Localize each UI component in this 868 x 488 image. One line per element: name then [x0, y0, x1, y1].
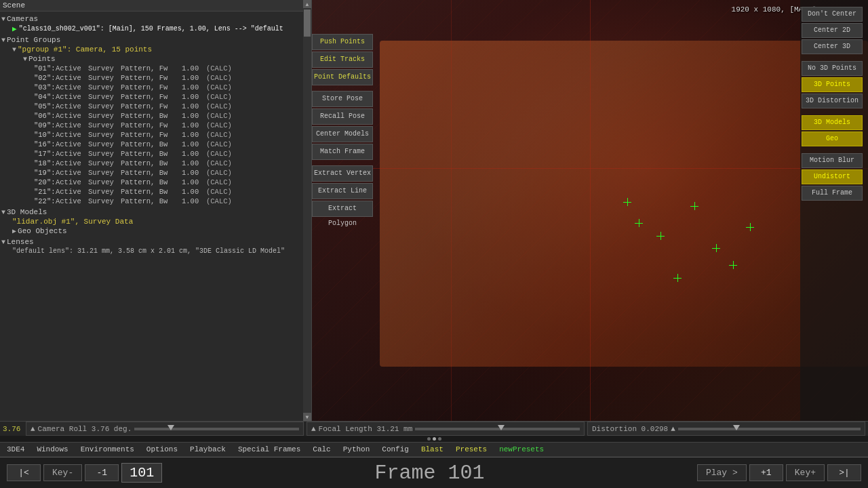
- distortion-segment[interactable]: Distortion 0.0298 ▲: [587, 422, 865, 436]
- viewport-area: 1920 x 1080, [MAIN], 31.21 mm Push Point…: [312, 0, 868, 421]
- point-row: "03": Active Survey Pattern, Fw 1.00 (CA…: [1, 83, 302, 92]
- recall-pose-btn[interactable]: Recall Pose: [312, 108, 373, 125]
- menu-options[interactable]: Options: [141, 444, 183, 455]
- tracking-marker-5: [712, 244, 720, 252]
- dont-center-btn[interactable]: Don't Center: [802, 7, 863, 22]
- pgroup-item[interactable]: ▼ "pgroup #1": Camera, 15 points: [1, 45, 302, 54]
- lidar-item[interactable]: "lidar.obj #1", Survey Data: [1, 217, 302, 226]
- geo-arrow[interactable]: ▶: [12, 227, 16, 235]
- extract-line-btn[interactable]: Extract Line: [312, 183, 373, 199]
- distortion-3d-btn[interactable]: 3D Distortion: [802, 94, 863, 108]
- menu-playback[interactable]: Playback: [184, 444, 231, 455]
- focal-length-segment[interactable]: ▲ Focal Length 31.21 mm: [307, 422, 585, 436]
- menu-3de4[interactable]: 3DE4: [1, 444, 30, 455]
- transport-left: |< Key- -1 101: [7, 463, 162, 483]
- distortion-triangle: ▲: [671, 425, 675, 433]
- camera-roll-slider[interactable]: [134, 428, 299, 430]
- extract-vertex-btn[interactable]: Extract Vertex: [312, 165, 373, 182]
- menu-presets[interactable]: Presets: [450, 444, 492, 455]
- camera-roll-thumb[interactable]: [167, 425, 174, 430]
- menu-new-presets[interactable]: newPresets: [494, 444, 549, 455]
- point-row: "06": Active Survey Pattern, Bw 1.00 (CA…: [1, 111, 302, 121]
- scroll-up[interactable]: ▲: [303, 0, 311, 8]
- point-row: "09": Active Survey Pattern, Fw 1.00 (CA…: [1, 121, 302, 130]
- distortion-slider[interactable]: [678, 428, 861, 430]
- geo-objects-item[interactable]: ▶ Geo Objects: [1, 226, 302, 236]
- transport-center: Frame 101: [375, 462, 485, 485]
- cameras-arrow[interactable]: ▼: [1, 16, 5, 23]
- point-row: "20": Active Survey Pattern, Bw 1.00 (CA…: [1, 178, 302, 187]
- center-2d-btn[interactable]: Center 2D: [802, 23, 863, 38]
- active-camera-label: "class10_sh002_v001": [Main], 150 Frames…: [19, 25, 283, 33]
- match-frame-btn[interactable]: Match Frame: [312, 144, 373, 160]
- active-camera-item[interactable]: ▶ "class10_sh002_v001": [Main], 150 Fram…: [1, 24, 302, 34]
- menu-special-frames[interactable]: Special Frames: [233, 444, 306, 455]
- full-frame-btn[interactable]: Full Frame: [802, 186, 863, 201]
- distortion-label: Distortion 0.0298: [592, 425, 668, 433]
- default-lens-label: "default lens": 31.21 mm, 3.58 cm x 2.01…: [12, 247, 285, 255]
- distortion-thumb[interactable]: [733, 425, 740, 430]
- point-row: "05": Active Survey Pattern, Fw 1.00 (CA…: [1, 102, 302, 111]
- edit-tracks-btn[interactable]: Edit Tracks: [312, 52, 373, 68]
- scroll-down[interactable]: ▼: [303, 413, 311, 421]
- menu-blast[interactable]: Blast: [416, 444, 449, 455]
- menu-config[interactable]: Config: [376, 444, 414, 455]
- lidar-label: "lidar.obj #1", Survey Data: [12, 218, 133, 226]
- center-3d-btn[interactable]: Center 3D: [802, 39, 863, 54]
- points-list: "01": Active Survey Pattern, Fw 1.00 (CA…: [1, 64, 302, 206]
- no-3d-points-btn[interactable]: No 3D Points: [802, 61, 863, 76]
- menu-calc[interactable]: Calc: [307, 444, 336, 455]
- tracking-marker-8: [673, 274, 682, 282]
- lenses-arrow[interactable]: ▼: [1, 239, 5, 246]
- status-bar: 3.76 ▲ Camera Roll 3.76 deg. ▲ Focal Len…: [0, 421, 868, 436]
- undistort-btn[interactable]: Undistort: [802, 169, 863, 184]
- center-models-btn[interactable]: Center Models: [312, 126, 373, 142]
- models-3d-btn[interactable]: 3D Models: [802, 115, 863, 130]
- focal-length-slider[interactable]: [415, 428, 580, 430]
- dots-indicator: [0, 436, 868, 442]
- frame-box[interactable]: 101: [121, 463, 162, 483]
- motion-blur-btn[interactable]: Motion Blur: [802, 153, 863, 168]
- push-points-btn[interactable]: Push Points: [312, 34, 373, 50]
- left-toolbar: Push Points Edit Tracks Point Defaults S…: [312, 34, 373, 217]
- points-arrow[interactable]: ▼: [23, 56, 27, 63]
- pgroup-arrow[interactable]: ▼: [1, 37, 5, 44]
- default-lens-item[interactable]: "default lens": 31.21 mm, 3.58 cm x 2.01…: [1, 247, 302, 256]
- play-fwd-btn[interactable]: Play >: [697, 464, 747, 481]
- point-defaults-btn[interactable]: Point Defaults: [312, 69, 373, 85]
- key-next-btn[interactable]: Key+: [786, 464, 825, 481]
- point-groups-section: ▼ Point Groups: [1, 35, 302, 45]
- panel-scrollbar[interactable]: ▲ ▼: [303, 0, 311, 421]
- point-row: "16": Active Survey Pattern, Bw 1.00 (CA…: [1, 140, 302, 149]
- end-btn[interactable]: >|: [827, 464, 861, 481]
- lenses-label: Lenses: [7, 238, 34, 246]
- scroll-thumb[interactable]: [304, 9, 311, 37]
- models-section: ▼ 3D Models: [1, 207, 302, 217]
- point-row: "17": Active Survey Pattern, Bw 1.00 (CA…: [1, 149, 302, 159]
- menu-python[interactable]: Python: [338, 444, 376, 455]
- red-overlay: [312, 0, 868, 421]
- extract-polygon-btn[interactable]: Extract Polygon: [312, 201, 373, 217]
- models-arrow[interactable]: ▼: [1, 209, 5, 216]
- start-btn[interactable]: |<: [7, 464, 41, 481]
- tracking-marker-6: [729, 261, 737, 269]
- store-pose-btn[interactable]: Store Pose: [312, 91, 373, 107]
- menu-windows[interactable]: Windows: [31, 444, 73, 455]
- tracking-marker-7: [746, 223, 754, 231]
- points-3d-btn[interactable]: 3D Points: [802, 77, 863, 92]
- menu-environments[interactable]: Environments: [75, 444, 140, 455]
- point-row: "21": Active Survey Pattern, Bw 1.00 (CA…: [1, 187, 302, 197]
- pgroup-sub-arrow[interactable]: ▼: [12, 46, 16, 54]
- points-subsection: ▼ Points: [1, 54, 302, 64]
- dot-2: [433, 437, 436, 441]
- frame-back-btn[interactable]: -1: [85, 464, 119, 481]
- focal-length-thumb[interactable]: [498, 425, 505, 430]
- camera-roll-label: Camera Roll 3.76 deg.: [38, 425, 132, 433]
- dot-3: [438, 437, 441, 441]
- scene-title: Scene: [3, 1, 25, 9]
- geo-btn[interactable]: Geo: [802, 131, 863, 146]
- point-row: "19": Active Survey Pattern, Bw 1.00 (CA…: [1, 168, 302, 178]
- key-prev-btn[interactable]: Key-: [43, 464, 82, 481]
- frame-fwd-btn[interactable]: +1: [749, 464, 783, 481]
- camera-roll-segment[interactable]: ▲ Camera Roll 3.76 deg.: [26, 422, 304, 436]
